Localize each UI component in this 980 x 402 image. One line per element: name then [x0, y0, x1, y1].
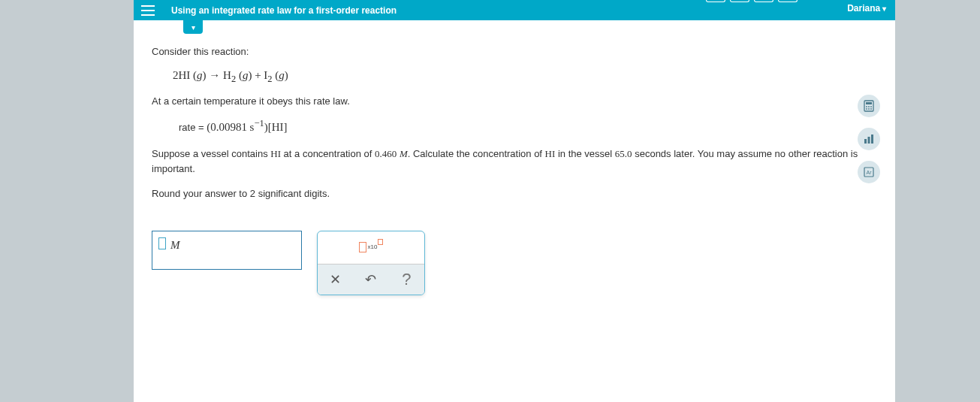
- svg-rect-10: [871, 135, 873, 144]
- chart-icon[interactable]: [858, 128, 880, 150]
- rate-species: [HI]: [268, 121, 288, 133]
- svg-point-5: [866, 108, 867, 110]
- intro-text: Consider this reaction:: [152, 44, 877, 60]
- svg-point-4: [870, 106, 872, 107]
- right-tool-rail: Ar: [858, 95, 880, 183]
- nav-progress-boxes: [706, 0, 798, 2]
- svg-point-6: [868, 108, 870, 110]
- round-instruction: Round your answer to 2 significant digit…: [152, 186, 877, 202]
- rate-law: rate = (0.00981 s−1)[HI]: [179, 116, 877, 136]
- undo-button[interactable]: ↶: [360, 269, 381, 290]
- svg-point-3: [868, 106, 870, 107]
- svg-rect-8: [864, 139, 867, 144]
- topbar: Using an integrated rate law for a first…: [134, 0, 895, 20]
- answer-input[interactable]: M: [152, 231, 302, 270]
- svg-text:Ar: Ar: [867, 170, 873, 175]
- answer-unit: M: [170, 236, 180, 254]
- rate-intro: At a certain temperature it obeys this r…: [152, 94, 877, 110]
- reaction-equation: 2HI (g) → H2 (g) + I2 (g): [173, 66, 877, 86]
- input-toolbox: x10 ✕ ↶ ?: [317, 231, 425, 295]
- dropdown-tab-icon[interactable]: ▾: [183, 20, 203, 34]
- svg-point-2: [866, 106, 867, 107]
- periodic-table-icon[interactable]: Ar: [858, 161, 880, 183]
- rate-label: rate =: [179, 122, 204, 133]
- question-text: Suppose a vessel contains HI at a concen…: [152, 147, 877, 178]
- problem-content: Consider this reaction: 2HI (g) → H2 (g)…: [134, 20, 895, 295]
- svg-rect-9: [868, 137, 870, 144]
- help-button[interactable]: ?: [396, 269, 417, 290]
- answer-placeholder-icon: [158, 237, 166, 249]
- user-menu[interactable]: Dariana: [847, 3, 886, 14]
- rate-constant: 0.00981: [210, 121, 247, 133]
- sci-notation-button[interactable]: x10: [359, 242, 384, 252]
- svg-point-7: [870, 108, 872, 110]
- page-title: Using an integrated rate law for a first…: [171, 5, 397, 16]
- clear-button[interactable]: ✕: [325, 269, 346, 290]
- menu-icon[interactable]: [141, 5, 155, 16]
- calculator-icon[interactable]: [858, 95, 880, 117]
- svg-rect-1: [866, 102, 872, 104]
